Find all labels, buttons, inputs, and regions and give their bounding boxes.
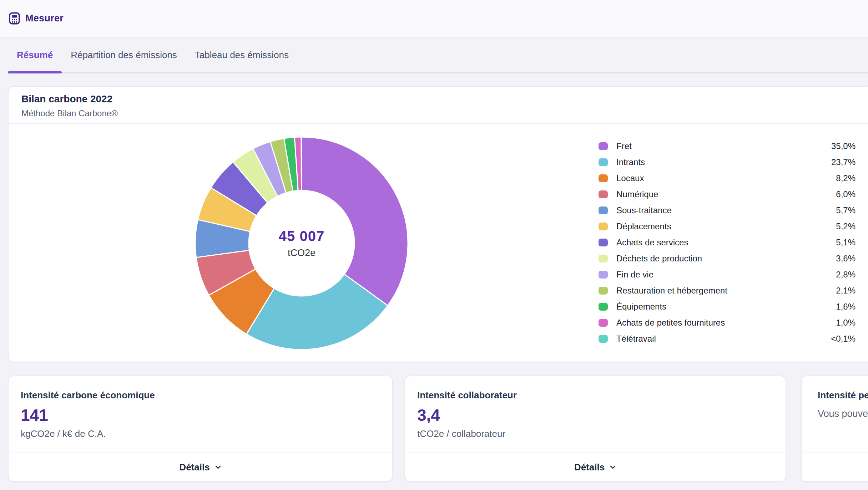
legend-percentage: 1,0% xyxy=(836,318,856,328)
tab-repartition-des-emissions[interactable]: Répartition des émissions xyxy=(62,38,186,72)
legend-label: Fin de vie xyxy=(616,270,653,280)
chevron-down-icon xyxy=(609,464,616,471)
legend-label: Restauration et hébergement xyxy=(616,286,727,296)
legend-item-achats-de-services: Achats de services5,1% xyxy=(599,238,856,247)
legend-item-sous-traitance: Sous-traitance5,7% xyxy=(599,205,856,215)
legend-item-achats-de-petites-fournitures: Achats de petites fournitures1,0% xyxy=(599,318,856,328)
kpi-title: Intensité carbone économique xyxy=(21,390,155,401)
legend-item-deplacements: Déplacements5,2% xyxy=(599,221,856,231)
legend-swatch-intrants xyxy=(599,158,608,166)
legend-swatch-sous-traitance xyxy=(599,206,608,214)
kpi-unit: tCO2e / collaborateur xyxy=(417,428,505,439)
legend-item-teletravail: Télétravail<0,1% xyxy=(599,334,856,344)
kpi-card-economic-intensity: Intensité carbone économique 141 kgCO2e … xyxy=(8,376,393,482)
legend-percentage: 5,2% xyxy=(836,221,856,231)
legend-percentage: 1,6% xyxy=(836,302,856,312)
legend-item-numerique: Numérique6,0% xyxy=(599,189,856,199)
legend-item-equipements: Équipements1,6% xyxy=(599,302,856,312)
tab-tableau-label: Tableau des émissions xyxy=(195,50,289,61)
legend-percentage: 3,6% xyxy=(836,254,856,264)
summary-card-title: Bilan carbone 2022 xyxy=(21,93,859,105)
legend-item-fin-de-vie: Fin de vie2,8% xyxy=(599,270,856,280)
page-title: Mesurer xyxy=(25,13,64,24)
kpi-footer: Détails xyxy=(9,453,392,481)
kpi-title: Intensité collaborateur xyxy=(417,390,517,401)
summary-card-divider xyxy=(9,123,868,124)
kpi-footer: Détails xyxy=(405,453,786,481)
details-button-economic[interactable]: Détails xyxy=(177,461,223,473)
legend-percentage: 2,1% xyxy=(836,286,856,296)
legend-item-fret: Fret35,0% xyxy=(599,141,856,151)
tab-bar: Résumé Répartition des émissions Tableau… xyxy=(8,38,868,73)
legend-label: Déplacements xyxy=(616,221,671,231)
legend-swatch-numerique xyxy=(599,190,608,198)
legend-item-dechets-de-production: Déchets de production3,6% xyxy=(599,254,856,264)
legend-percentage: 35,0% xyxy=(831,141,856,151)
kpi-unit: kgCO2e / k€ de C.A. xyxy=(21,428,106,439)
legend-swatch-dechets-de-production xyxy=(599,255,608,262)
legend-percentage: 6,0% xyxy=(836,189,856,199)
legend-label: Numérique xyxy=(616,189,658,199)
legend-percentage: 5,7% xyxy=(836,205,856,215)
summary-card-header: Bilan carbone 2022 Méthode Bilan Carbone… xyxy=(9,87,868,118)
legend-percentage: 2,8% xyxy=(836,270,856,280)
legend-percentage: 8,2% xyxy=(836,173,856,183)
kpi-title: Intensité per xyxy=(818,390,868,401)
tab-resume-label: Résumé xyxy=(17,50,53,61)
legend-percentage: <0,1% xyxy=(831,334,856,344)
carbon-summary-card: Bilan carbone 2022 Méthode Bilan Carbone… xyxy=(8,86,868,362)
legend-item-locaux: Locaux8,2% xyxy=(599,173,856,183)
legend-item-restauration-et-hebergement: Restauration et hébergement2,1% xyxy=(599,286,856,296)
kpi-footer xyxy=(802,453,868,481)
legend-swatch-locaux xyxy=(599,174,608,182)
summary-card-subtitle: Méthode Bilan Carbone® xyxy=(21,108,859,118)
donut-chart: 45 007 tCO2e xyxy=(191,133,412,354)
legend-label: Déchets de production xyxy=(616,254,702,264)
legend-swatch-equipements xyxy=(599,303,608,311)
chart-legend: Fret35,0%Intrants23,7%Locaux8,2%Numériqu… xyxy=(599,141,856,344)
legend-swatch-deplacements xyxy=(599,223,608,230)
legend-label: Locaux xyxy=(616,173,644,183)
kpi-card-custom-intensity: Intensité per Vous pouvez c xyxy=(801,376,868,482)
tab-repartition-label: Répartition des émissions xyxy=(71,50,177,61)
donut-chart-svg xyxy=(191,133,412,354)
legend-label: Télétravail xyxy=(616,334,656,344)
legend-label: Équipements xyxy=(616,302,666,312)
legend-percentage: 23,7% xyxy=(831,157,856,167)
legend-label: Sous-traitance xyxy=(616,205,672,215)
legend-label: Achats de services xyxy=(616,238,688,247)
details-label: Détails xyxy=(574,462,605,473)
legend-swatch-fret xyxy=(599,142,608,150)
kpi-value: 141 xyxy=(21,405,48,425)
kpi-description: Vous pouvez c xyxy=(818,408,868,419)
donut-slice-fret[interactable] xyxy=(302,137,408,306)
details-label: Détails xyxy=(179,462,210,473)
legend-swatch-restauration-et-hebergement xyxy=(599,287,608,295)
kpi-card-employee-intensity: Intensité collaborateur 3,4 tCO2e / coll… xyxy=(404,376,786,482)
legend-swatch-fin-de-vie xyxy=(599,271,608,279)
tab-resume[interactable]: Résumé xyxy=(8,38,62,72)
legend-swatch-teletravail xyxy=(599,335,608,343)
legend-label: Fret xyxy=(616,141,632,151)
donut-slice-teletravail[interactable] xyxy=(301,137,302,190)
legend-label: Achats de petites fournitures xyxy=(616,318,725,328)
legend-swatch-achats-de-petites-fournitures xyxy=(599,319,608,327)
app-header: Mesurer xyxy=(0,0,868,37)
tab-tableau-des-emissions[interactable]: Tableau des émissions xyxy=(186,38,298,72)
chevron-down-icon xyxy=(215,464,222,471)
legend-label: Intrants xyxy=(616,157,645,167)
calculator-icon xyxy=(9,12,20,25)
legend-percentage: 5,1% xyxy=(836,238,856,247)
kpi-value: 3,4 xyxy=(417,405,440,425)
legend-item-intrants: Intrants23,7% xyxy=(599,157,856,167)
legend-swatch-achats-de-services xyxy=(599,239,608,246)
details-button-employee[interactable]: Détails xyxy=(572,461,619,473)
